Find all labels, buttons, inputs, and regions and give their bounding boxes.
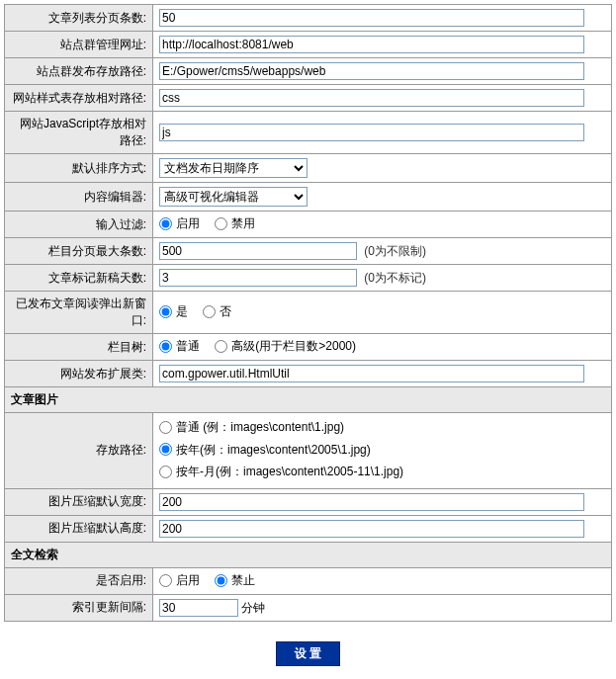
radio-path-yearmonth[interactable]: 按年-月(例：images\content\2005-11\1.jpg) — [159, 462, 403, 481]
input-col-max[interactable] — [159, 242, 357, 260]
radio-filter-enable[interactable]: 启用 — [159, 215, 200, 232]
label-ft-interval: 索引更新间隔: — [5, 594, 153, 621]
settings-table: 文章列表分页条数: 站点群管理网址: 站点群发布存放路径: 网站样式表存放相对路… — [4, 4, 612, 622]
section-image: 文章图片 — [5, 387, 612, 413]
label-editor: 内容编辑器: — [5, 183, 153, 212]
input-ext-class[interactable] — [159, 365, 584, 382]
label-new-window: 已发布文章阅读弹出新窗口: — [5, 292, 153, 334]
label-publish-path: 站点群发布存放路径: — [5, 58, 153, 85]
radio-newwin-yes[interactable]: 是 — [159, 303, 188, 320]
label-filter: 输入过滤: — [5, 212, 153, 238]
select-editor[interactable]: 高级可视化编辑器 — [159, 187, 308, 207]
input-img-height[interactable] — [159, 520, 584, 538]
label-img-width: 图片压缩默认宽度: — [5, 488, 153, 515]
input-new-days[interactable] — [159, 269, 357, 287]
label-tree: 栏目树: — [5, 334, 153, 361]
label-admin-url: 站点群管理网址: — [5, 32, 153, 58]
input-js-path[interactable] — [159, 124, 584, 141]
label-css-path: 网站样式表存放相对路径: — [5, 85, 153, 112]
radio-tree-advanced[interactable]: 高级(用于栏目数>2000) — [215, 338, 356, 355]
input-page-size[interactable] — [159, 9, 584, 27]
input-admin-url[interactable] — [159, 36, 584, 53]
radio-filter-disable[interactable]: 禁用 — [215, 215, 255, 232]
label-ft-enable: 是否启用: — [5, 567, 153, 594]
input-publish-path[interactable] — [159, 62, 584, 80]
label-sort: 默认排序方式: — [5, 154, 153, 183]
label-col-max: 栏目分页最大条数: — [5, 238, 153, 265]
note-new-days: (0为不标记) — [364, 271, 426, 285]
select-sort[interactable]: 文档发布日期降序 — [159, 158, 308, 178]
input-ft-interval[interactable] — [159, 599, 238, 617]
radio-ft-enable[interactable]: 启用 — [159, 572, 200, 589]
radio-ft-disable[interactable]: 禁止 — [215, 572, 255, 589]
label-ext-class: 网站发布扩展类: — [5, 361, 153, 387]
radio-newwin-no[interactable]: 否 — [203, 303, 231, 320]
label-img-height: 图片压缩默认高度: — [5, 515, 153, 542]
radio-path-normal[interactable]: 普通 (例：images\content\1.jpg) — [159, 417, 344, 437]
label-new-days: 文章标记新稿天数: — [5, 265, 153, 292]
radio-tree-normal[interactable]: 普通 — [159, 338, 200, 355]
radio-path-year[interactable]: 按年(例：images\content\2005\1.jpg) — [159, 440, 371, 460]
input-img-width[interactable] — [159, 493, 584, 511]
section-fulltext: 全文检索 — [5, 542, 612, 567]
label-js-path: 网站JavaScript存放相对路径: — [5, 112, 153, 154]
note-col-max: (0为不限制) — [364, 244, 426, 258]
label-page-size: 文章列表分页条数: — [5, 5, 153, 32]
unit-minutes: 分钟 — [241, 601, 265, 615]
submit-button[interactable]: 设 置 — [276, 641, 340, 666]
label-store-path: 存放路径: — [5, 413, 153, 489]
input-css-path[interactable] — [159, 89, 584, 107]
